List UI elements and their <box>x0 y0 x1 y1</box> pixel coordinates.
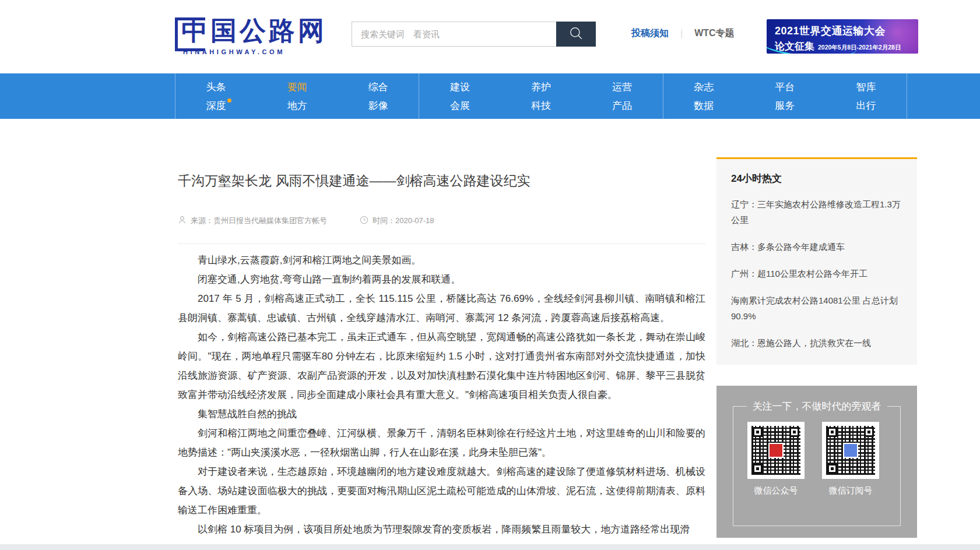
article-paragraph: 2017 年 5 月，剑榕高速正式动工，全长 115.115 公里，桥隧比高达 … <box>178 289 705 327</box>
logo-title: 中国公路网 <box>175 14 327 48</box>
hot-articles-box: 24小时热文 辽宁：三年实施农村公路维修改造工程1.3万公里 吉林：多条公路今年… <box>716 157 917 365</box>
main-nav: 头条 深度 要闻 地方 综合 影像 建设 会展 养护 科技 运营 产品 <box>0 73 980 119</box>
nav-item-fuwu[interactable]: 服务 <box>775 101 795 111</box>
nav-col-5: 养护 科技 <box>500 73 581 119</box>
nav-item-jianshe[interactable]: 建设 <box>450 82 470 92</box>
wechat-follow-box: 关注一下，不做时代的旁观者 微信公众号 微信订阅号 <box>716 386 917 538</box>
page: 中国公路网 HINAHIGHWAY.COM 投稿须知 | WTC专题 2021世… <box>0 0 980 550</box>
qr-code-public-account <box>747 422 805 479</box>
nav-col-2: 要闻 地方 <box>257 73 338 119</box>
search-box <box>352 22 596 47</box>
qr-logo-red <box>768 443 784 458</box>
new-dot-icon <box>227 98 231 103</box>
article-paragraph: 青山绿水,云蒸霞蔚,剑河和榕江两地之间美景如画。 <box>178 251 705 270</box>
links-divider: | <box>680 29 683 39</box>
nav-item-difang[interactable]: 地方 <box>287 101 307 111</box>
qr-label-public-account: 微信公众号 <box>747 485 805 496</box>
nav-item-zhiku[interactable]: 智库 <box>856 82 876 92</box>
nav-item-yingxiang[interactable]: 影像 <box>368 101 388 111</box>
meta-divider <box>178 244 705 244</box>
article-body: 青山绿水,云蒸霞蔚,剑河和榕江两地之间美景如画。 闭塞交通,人穷地贫,弯弯山路一… <box>178 251 705 539</box>
nav-item-shuju[interactable]: 数据 <box>694 101 714 111</box>
hot-articles-title: 24小时热文 <box>731 172 902 185</box>
banner-date: 2020年5月8日-2021年2月28日 <box>818 44 901 52</box>
nav-item-toutiao[interactable]: 头条 <box>206 82 226 92</box>
search-button[interactable] <box>556 22 596 47</box>
qr-code-subscription-account <box>822 422 879 479</box>
clock-icon <box>360 216 368 226</box>
nav-col-8: 平台 服务 <box>744 73 826 119</box>
article-paragraph: 对于建设者来说，生态越原始，环境越幽闭的地方建设难度就越大。剑榕高速的建设除了便… <box>178 462 705 520</box>
author-icon <box>178 216 187 226</box>
hot-item[interactable]: 辽宁：三年实施农村公路维修改造工程1.3万公里 <box>731 196 902 228</box>
article: 千沟万壑架长龙 风雨不惧建通途——剑榕高速公路建设纪实 来源：贵州日报当代融媒体… <box>178 163 705 539</box>
link-wtc-topic[interactable]: WTC专题 <box>694 27 734 40</box>
hot-item[interactable]: 湖北：恩施公路人，抗洪救灾在一线 <box>731 335 902 351</box>
nav-col-6: 运营 产品 <box>582 73 663 119</box>
page-title: 千沟万壑架长龙 风雨不惧建通途——剑榕高速公路建设纪实 <box>178 171 705 190</box>
hot-item[interactable]: 吉林：多条公路今年建成通车 <box>731 239 902 255</box>
search-icon <box>568 26 584 43</box>
nav-item-zonghe[interactable]: 综合 <box>368 82 388 92</box>
footer-strip <box>0 544 980 550</box>
nav-item-yanghu[interactable]: 养护 <box>531 82 551 92</box>
article-meta: 来源：贵州日报当代融媒体集团官方帐号 时间：2020-07-18 <box>178 216 705 226</box>
article-paragraph: 如今，剑榕高速公路已基本完工，虽未正式通车，但从高空眺望，宽阔通畅的高速公路犹如… <box>178 327 705 404</box>
nav-item-pingtai[interactable]: 平台 <box>775 82 795 92</box>
nav-col-9: 智库 出行 <box>826 73 907 119</box>
qr-logo-blue <box>843 443 858 458</box>
nav-col-1: 头条 深度 <box>175 73 257 119</box>
article-source: 来源：贵州日报当代融媒体集团官方帐号 <box>191 216 327 226</box>
nav-item-shendu[interactable]: 深度 <box>206 101 226 111</box>
banner-ad[interactable]: 2021世界交通运输大会 论文征集 2020年5月8日-2021年2月28日 <box>767 19 918 54</box>
hot-item[interactable]: 海南累计完成农村公路14081公里 占总计划90.9% <box>731 292 902 324</box>
nav-col-4: 建设 会展 <box>419 73 500 119</box>
top-links: 投稿须知 | WTC专题 <box>631 27 735 40</box>
qr-label-subscription-account: 微信订阅号 <box>822 485 879 496</box>
article-time: 时间：2020-07-18 <box>373 216 434 226</box>
article-paragraph: 闭塞交通,人穷地贫,弯弯山路一直制约着两县的发展和联通。 <box>178 270 705 289</box>
article-paragraph: 剑河和榕江两地之间重峦叠嶂、江河纵横、景象万千，清朝名臣林则徐在行经这片土地，对… <box>178 424 705 462</box>
nav-col-7: 杂志 数据 <box>663 73 744 119</box>
follow-title: 关注一下，不做时代的旁观者 <box>716 400 917 413</box>
nav-item-yaowen[interactable]: 要闻 <box>287 82 307 92</box>
banner-line1: 2021世界交通运输大会 <box>775 24 918 38</box>
nav-col-3: 综合 影像 <box>338 73 419 119</box>
search-input[interactable] <box>352 22 556 47</box>
banner-line2: 论文征集 <box>775 40 814 53</box>
sidebar: 24小时热文 辽宁：三年实施农村公路维修改造工程1.3万公里 吉林：多条公路今年… <box>716 157 917 538</box>
link-submission-guide[interactable]: 投稿须知 <box>631 27 669 40</box>
site-header: 中国公路网 HINAHIGHWAY.COM 投稿须知 | WTC专题 2021世… <box>0 0 980 73</box>
nav-item-keji[interactable]: 科技 <box>531 101 551 111</box>
nav-item-chanpin[interactable]: 产品 <box>612 101 632 111</box>
nav-item-chuxing[interactable]: 出行 <box>856 101 876 111</box>
nav-item-yunying[interactable]: 运营 <box>612 82 632 92</box>
site-logo[interactable]: 中国公路网 HINAHIGHWAY.COM <box>175 14 327 55</box>
article-paragraph: 以剑榕 10 标项目为例，该项目所处地质为节理裂隙发育的变质板岩，降雨频繁且雨量… <box>178 520 705 539</box>
nav-item-zazhi[interactable]: 杂志 <box>694 82 714 92</box>
hot-item[interactable]: 广州：超110公里农村公路今年开工 <box>731 266 902 281</box>
article-subheading: 集智慧战胜自然的挑战 <box>178 404 705 424</box>
nav-item-huizhan[interactable]: 会展 <box>450 101 470 111</box>
